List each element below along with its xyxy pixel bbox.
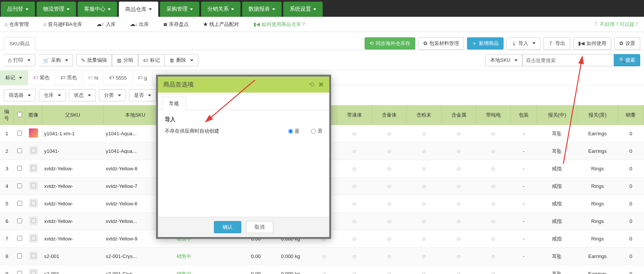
top-nav: 品刊登物流管理客服中心商品仓库采购管理分销关系数据报表系统设置	[0, 0, 644, 17]
select-all[interactable]	[17, 112, 22, 117]
subnav-link[interactable]: ☁↑ 入库	[97, 21, 116, 28]
pack-button[interactable]: ✿包装材料管理	[418, 37, 464, 50]
filter-筛选器[interactable]: 筛选器	[4, 89, 36, 101]
modal-tabs: 常规	[158, 93, 329, 110]
subnav-link[interactable]: ☁↓ 出库	[130, 21, 149, 28]
tag-button[interactable]: 🏷标记	[138, 54, 165, 66]
filter-仓库[interactable]: 仓库	[39, 89, 66, 101]
col-header: 报关(英)	[577, 105, 618, 125]
refresh-icon[interactable]: ⟲	[309, 80, 314, 89]
subnav-link[interactable]: ⌂ 亚马逊FBA仓库	[43, 21, 82, 28]
nav-item[interactable]: 数据报表	[242, 2, 282, 17]
chevron-down-icon	[28, 95, 31, 96]
row-check[interactable]	[17, 183, 22, 188]
chevron-down-icon	[67, 8, 70, 10]
thumbnail	[29, 128, 38, 138]
group-button[interactable]: ▥分组	[112, 54, 138, 66]
export-button[interactable]: ⭱导出	[544, 37, 570, 50]
how-link[interactable]: ▮◀ 如何使用商品仓库？	[253, 21, 306, 28]
ban-icon: ⊘	[422, 271, 426, 274]
nav-item[interactable]: 客服中心	[78, 2, 117, 17]
row-check[interactable]	[17, 166, 22, 171]
tag-item[interactable]: 🏷黑色	[55, 71, 83, 85]
search-input[interactable]	[523, 54, 614, 66]
close-icon[interactable]: ✖	[318, 80, 324, 89]
col-header	[14, 105, 25, 125]
ban-icon: ⊘	[387, 183, 392, 189]
tag-item[interactable]: 🏷5555	[104, 71, 132, 85]
nav-item[interactable]: 商品仓库	[119, 2, 158, 17]
subnav-link[interactable]: ≣ 库存盘点	[163, 21, 189, 28]
nav-item[interactable]: 品刊登	[1, 2, 35, 17]
add-button[interactable]: ＋新增商品	[467, 37, 504, 50]
chevron-down-icon	[19, 77, 22, 79]
print-button[interactable]: ⎙打印	[4, 54, 35, 66]
purchase-button[interactable]: 🛒采购	[38, 54, 73, 66]
table-row[interactable]: 8s2-001s2-001-Crys...销售中0.000.000 kg⊘⊘⊘⊘…	[0, 248, 644, 265]
ban-icon: ⊘	[491, 236, 496, 242]
delete-button[interactable]: 🗑删除	[165, 54, 198, 66]
radio-yes[interactable]: 是	[288, 128, 300, 135]
chevron-down-icon	[65, 59, 68, 61]
ok-button[interactable]: 确认	[214, 221, 241, 233]
filter-是否[interactable]: 是否	[129, 89, 156, 101]
search-icon: 🔍	[619, 57, 625, 63]
settings-button[interactable]: ✿设置	[614, 37, 640, 50]
row-check[interactable]	[17, 236, 22, 241]
ban-icon: ⊘	[352, 201, 357, 207]
status-link[interactable]: 销售中	[177, 271, 191, 274]
status-link[interactable]: 销售中	[177, 253, 191, 259]
ban-icon: ⊘	[422, 201, 426, 207]
cloud-down-icon: ☁↓	[130, 21, 138, 27]
howto-button[interactable]: ▮◀如何使用	[573, 37, 611, 50]
table-row[interactable]: 9s2-001s2-001-Crys...销售中0.000.000 kg⊘⊘⊘⊘…	[0, 265, 644, 274]
search: 本地SKU 🔍搜索	[485, 54, 640, 66]
search-button[interactable]: 🔍搜索	[614, 54, 640, 66]
nav-item[interactable]: 分销关系	[201, 2, 241, 17]
row-check[interactable]	[17, 148, 22, 153]
row-check[interactable]	[17, 271, 22, 274]
col-header: 含膏体	[372, 105, 406, 125]
search-scope[interactable]: 本地SKU	[485, 54, 523, 66]
tag-item[interactable]: 🏷紫色	[28, 71, 55, 85]
ban-icon: ⊘	[387, 253, 392, 260]
toolbar: ⎙打印 🛒采购 ✎批量编辑 ▥分组 🏷标记 🗑删除 本地SKU 🔍搜索	[0, 50, 644, 70]
chevron-down-icon	[313, 8, 316, 10]
nav-item[interactable]: 采购管理	[160, 2, 199, 17]
ban-icon: ⊘	[352, 131, 357, 137]
nav-item[interactable]: 物流管理	[37, 2, 76, 17]
subnav-link[interactable]: ⌂ 仓库管理	[5, 21, 29, 28]
modal-tab-general[interactable]: 常规	[162, 97, 186, 110]
chevron-down-icon	[231, 8, 234, 10]
filter-分类[interactable]: 分类	[99, 89, 126, 101]
feedback-link[interactable]: ❔ 不好用？可以提！	[592, 21, 639, 28]
video-icon: ▮◀	[578, 40, 585, 46]
tag-row-title[interactable]: 标记	[0, 71, 28, 85]
refresh-icon: ⟲	[370, 40, 374, 46]
tag-item[interactable]: 🏷g	[132, 71, 153, 85]
tag-item[interactable]: 🏷hl	[83, 71, 104, 85]
sync-button[interactable]: ⟲同步海外仓库存	[365, 37, 415, 50]
tab-sku[interactable]: SKU商品	[4, 37, 35, 50]
chevron-down-icon	[118, 95, 121, 96]
subnav-link[interactable]: ★ 线上产品配对	[203, 21, 239, 28]
row-check[interactable]	[17, 218, 22, 223]
nav-item[interactable]: 系统设置	[283, 2, 323, 17]
filter-状态[interactable]: 状态	[69, 89, 96, 101]
row-check[interactable]	[17, 201, 22, 206]
chevron-down-icon	[26, 8, 29, 10]
chevron-down-icon	[272, 8, 275, 10]
radio-no[interactable]: 否	[311, 128, 322, 135]
ban-icon: ⊘	[491, 166, 496, 172]
cancel-button[interactable]: 取消	[246, 221, 273, 233]
ban-icon: ⊘	[322, 253, 327, 260]
row-check[interactable]	[17, 253, 22, 258]
row-check[interactable]	[17, 131, 22, 136]
bulkedit-button[interactable]: ✎批量编辑	[76, 54, 112, 66]
noimage-icon	[29, 269, 38, 274]
col-header: 包装	[511, 105, 537, 125]
ban-icon: ⊘	[422, 166, 426, 172]
import-button[interactable]: ⭳导入	[507, 37, 540, 50]
noimage-icon	[29, 146, 38, 155]
ban-icon: ⊘	[352, 218, 357, 224]
